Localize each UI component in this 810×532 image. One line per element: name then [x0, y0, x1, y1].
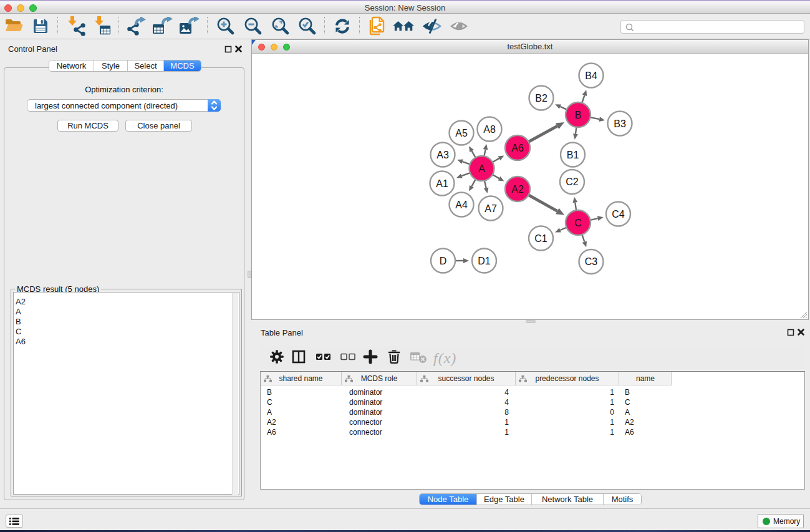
svg-text:D: D	[440, 256, 447, 266]
svg-text:C3: C3	[585, 256, 598, 267]
svg-text:C1: C1	[534, 233, 547, 244]
svg-text:B1: B1	[567, 150, 579, 160]
svg-text:B4: B4	[585, 70, 597, 81]
svg-text:A1: A1	[436, 178, 448, 189]
svg-text:C4: C4	[612, 209, 625, 220]
svg-text:A4: A4	[455, 200, 468, 210]
svg-text:A3: A3	[436, 150, 449, 160]
svg-text:D1: D1	[478, 256, 491, 266]
svg-text:B: B	[575, 110, 582, 120]
svg-text:C: C	[574, 218, 582, 228]
svg-text:A8: A8	[483, 124, 496, 135]
svg-text:A2: A2	[511, 184, 524, 195]
svg-text:A7: A7	[485, 203, 497, 214]
svg-text:C2: C2	[566, 177, 579, 187]
svg-text:A6: A6	[511, 143, 524, 153]
svg-text:B2: B2	[535, 93, 547, 104]
svg-text:A: A	[478, 163, 485, 174]
svg-text:B3: B3	[614, 118, 626, 129]
svg-text:A5: A5	[455, 128, 468, 138]
